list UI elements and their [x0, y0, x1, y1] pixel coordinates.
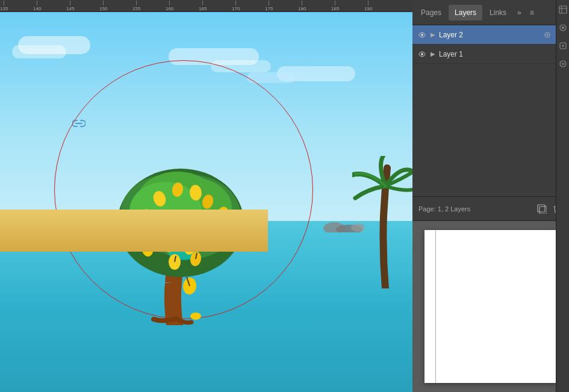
layer-arrow-layer1: ▶ — [431, 51, 435, 57]
svg-point-44 — [562, 26, 564, 29]
cloud-2 — [12, 45, 66, 58]
beach-strip — [0, 210, 268, 252]
visibility-icon-layer1[interactable] — [417, 49, 427, 59]
tabs-row: Pages Layers Links » ≡ — [412, 0, 569, 25]
ruler-mark: 190 — [364, 1, 372, 11]
ruler-mark: 165 — [199, 1, 207, 11]
ruler-mark: 160 — [166, 1, 173, 11]
layers-content: ▶ Layer 2 ▶ L — [412, 25, 569, 196]
ruler-mark: 185 — [331, 1, 339, 11]
panel-icon-1[interactable] — [558, 5, 568, 14]
ruler-mark: 180 — [298, 1, 306, 11]
layer-settings-icon-layer2[interactable] — [543, 30, 552, 40]
ruler-mark: 140 — [33, 1, 41, 11]
tab-pages[interactable]: Pages — [415, 5, 447, 20]
page-preview-inner — [424, 230, 557, 383]
panel-icon-3[interactable] — [558, 41, 568, 51]
page-preview-blue-line — [435, 230, 436, 383]
ruler-mark: 145 — [66, 1, 74, 11]
layer-arrow-layer2: ▶ — [431, 31, 435, 38]
page-layers-count: Page: 1, 2 Layers — [418, 205, 532, 213]
layer-name-layer1: Layer 1 — [439, 50, 552, 58]
ruler-mark: 175 — [265, 1, 273, 11]
svg-rect-40 — [559, 6, 567, 13]
panel-icon-4[interactable] — [558, 59, 568, 69]
canvas-area: 135 140 145 150 155 160 165 170 175 180 … — [0, 0, 412, 392]
visibility-icon-layer2[interactable] — [417, 30, 427, 40]
tab-links[interactable]: Links — [483, 5, 512, 20]
svg-point-34 — [421, 34, 423, 36]
layer-row-layer2[interactable]: ▶ Layer 2 — [412, 25, 569, 45]
canvas-scene — [0, 12, 412, 392]
ruler-mark: 135 — [0, 1, 8, 11]
svg-point-37 — [421, 53, 423, 55]
ruler-top: 135 140 145 150 155 160 165 170 175 180 … — [0, 0, 412, 12]
new-layer-icon[interactable] — [536, 204, 547, 214]
tabs-more-button[interactable]: » — [514, 6, 525, 19]
layer-row-layer1[interactable]: ▶ Layer 1 — [412, 45, 569, 64]
far-right-icons-panel — [556, 0, 569, 392]
svg-point-33 — [190, 313, 201, 320]
ruler-mark: 150 — [99, 1, 107, 11]
ruler-mark: 170 — [232, 1, 240, 11]
ruler-mark: 155 — [132, 1, 140, 11]
panel-icon-2[interactable] — [558, 23, 568, 33]
svg-rect-39 — [539, 207, 547, 214]
layer-name-layer2: Layer 2 — [439, 31, 539, 39]
cloud-4 — [211, 60, 271, 72]
link-icon-canvas — [72, 119, 86, 129]
page-preview-section — [412, 220, 569, 392]
canvas-viewport[interactable] — [0, 12, 412, 392]
tabs-menu-icon[interactable]: ≡ — [526, 6, 538, 19]
rocks — [322, 217, 364, 235]
layers-status-bar: Page: 1, 2 Layers — [412, 196, 569, 220]
ruler-marks: 135 140 145 150 155 160 165 170 175 180 … — [0, 0, 412, 11]
svg-point-36 — [547, 34, 549, 36]
app-layout: 135 140 145 150 155 160 165 170 175 180 … — [0, 0, 569, 392]
page-preview-wrapper — [412, 221, 569, 392]
right-panel: Pages Layers Links » ≡ ▶ Layer 2 — [412, 0, 569, 392]
svg-rect-38 — [538, 205, 545, 212]
cloud-6 — [247, 72, 295, 83]
tab-layers[interactable]: Layers — [449, 5, 482, 20]
